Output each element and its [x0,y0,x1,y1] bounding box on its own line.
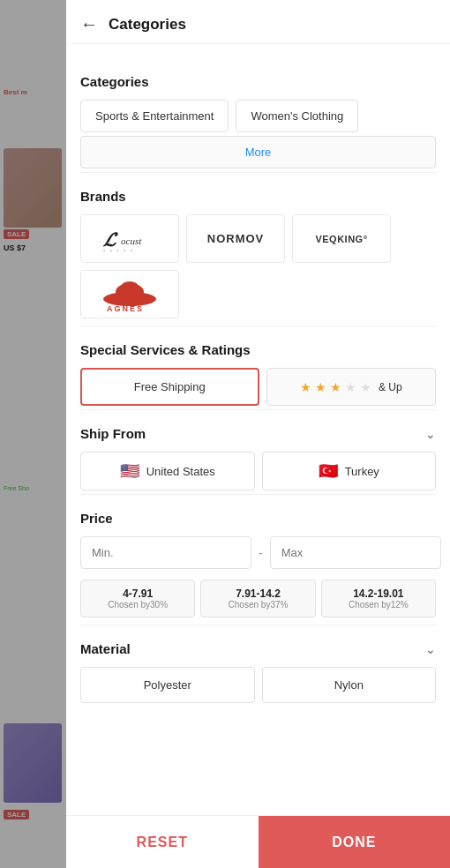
reset-button[interactable]: RESET [66,816,259,868]
rating-button[interactable]: ★ ★ ★ ★ ★ & Up [266,368,437,406]
brand-normov-label: NORMOV [207,232,265,245]
price-range-3-label: Chosen by12% [326,600,431,610]
brand-veqking-label: VEQKING° [315,234,367,244]
price-range-3-value: 14.2-19.01 [326,587,431,600]
categories-section-title: Categories [80,74,436,89]
category-grid: Sports & Entertainment Women's Clothing [80,100,436,132]
brands-section-title: Brands [80,189,436,204]
svg-text:ocust: ocust [121,236,142,246]
rating-up-label: & Up [379,381,402,393]
star-filled-3: ★ [330,380,341,394]
price-section-title: Price [80,511,436,526]
brand-logo-1-svg: 𝓛 ocust • • • • • [94,223,165,254]
star-empty-2: ★ [360,380,371,394]
brands-grid: 𝓛 ocust • • • • • NORMOV VEQKING° [80,214,436,318]
ship-grid: 🇺🇸 United States 🇹🇷 Turkey [80,452,436,490]
divider-3 [80,409,436,410]
svg-text:• • • • •: • • • • • [103,248,134,253]
ship-from-title: Ship From [80,426,146,441]
price-range-2[interactable]: 7.91-14.2 Chosen by37% [200,580,315,617]
brand-logo-agnes-svg: AGNES [94,274,165,314]
svg-text:AGNES: AGNES [107,304,144,313]
back-button[interactable]: ← [80,14,98,34]
brand-item-1[interactable]: 𝓛 ocust • • • • • [80,214,179,263]
us-label: United States [146,465,215,478]
price-range-1-label: Chosen by30% [85,600,191,610]
category-sports-entertainment[interactable]: Sports & Entertainment [80,100,229,132]
material-chevron-icon[interactable]: ⌄ [425,642,436,656]
turkey-label: Turkey [345,465,379,478]
price-range-2-label: Chosen by37% [205,600,311,610]
brand-item-veqking[interactable]: VEQKING° [292,214,391,263]
divider-2 [80,326,436,326]
divider-1 [80,172,436,173]
material-section-title: Material [80,641,131,656]
price-separator: - [259,546,263,560]
done-button[interactable]: DONE [259,816,451,868]
price-range-2-value: 7.91-14.2 [205,587,311,600]
ship-from-chevron-icon[interactable]: ⌄ [425,427,436,441]
panel-header: ← Categories [66,0,450,44]
us-flag-icon: 🇺🇸 [120,461,139,481]
price-ranges: 4-7.91 Chosen by30% 7.91-14.2 Chosen by3… [80,580,436,617]
panel-scroll-area: Categories Sports & Entertainment Women'… [66,44,450,815]
turkey-flag-icon: 🇹🇷 [319,461,338,481]
svg-point-5 [121,281,139,292]
more-row: More [80,136,436,168]
price-inputs: - [80,536,436,569]
price-range-1[interactable]: 4-7.91 Chosen by30% [80,580,195,617]
star-empty-1: ★ [345,380,356,394]
material-polyester-button[interactable]: Polyester [80,667,255,703]
panel-footer: RESET DONE [66,815,450,868]
panel-title: Categories [109,16,186,34]
star-filled-2: ★ [315,380,326,394]
category-more-button[interactable]: More [80,136,436,168]
services-grid: Free Shipping ★ ★ ★ ★ ★ & Up [80,368,436,406]
filter-panel: ← Categories Categories Sports & Enterta… [66,0,450,868]
ship-from-turkey-button[interactable]: 🇹🇷 Turkey [262,452,437,490]
category-womens-clothing[interactable]: Women's Clothing [236,100,358,132]
material-grid: Polyester Nylon [80,667,436,703]
star-filled-1: ★ [300,380,311,394]
ship-from-header: Ship From ⌄ [80,426,436,441]
brand-item-agnes[interactable]: AGNES [80,270,179,318]
brand-item-normov[interactable]: NORMOV [186,214,285,263]
material-nylon-button[interactable]: Nylon [262,667,437,703]
price-max-input[interactable] [270,536,441,569]
divider-4 [80,494,436,495]
divider-5 [80,625,436,625]
price-range-3[interactable]: 14.2-19.01 Chosen by12% [321,580,436,617]
material-header: Material ⌄ [80,641,436,656]
free-shipping-button[interactable]: Free Shipping [80,368,259,406]
price-min-input[interactable] [80,536,251,569]
price-range-1-value: 4-7.91 [85,587,191,600]
ship-from-us-button[interactable]: 🇺🇸 United States [80,452,255,490]
special-services-title: Special Services & Ratings [80,342,436,357]
